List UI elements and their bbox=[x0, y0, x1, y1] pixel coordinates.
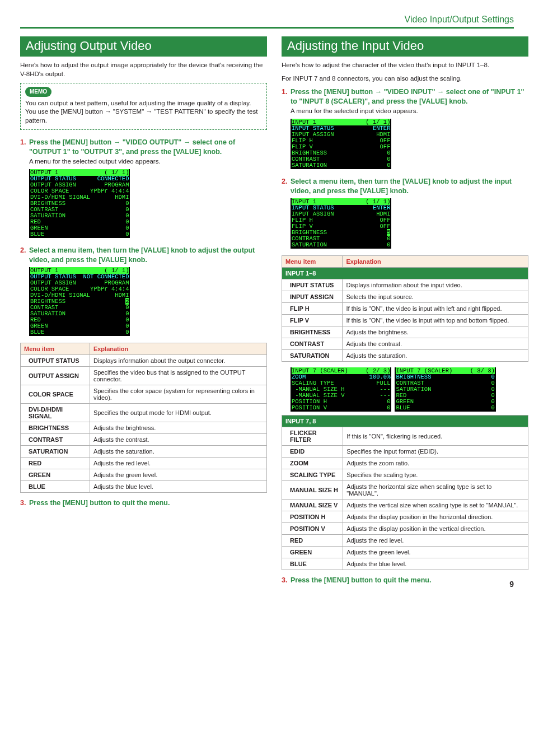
input-table-2: INPUT 7, 8 FLICKER FILTERIf this is "ON"… bbox=[282, 415, 528, 570]
menu-item-cell: BRIGHTNESS bbox=[21, 422, 90, 433]
memo-label: MEMO bbox=[25, 87, 51, 97]
page-number: 9 bbox=[509, 580, 514, 589]
right-intro1: Here's how to adjust the character of th… bbox=[282, 61, 528, 70]
step-number: 3. bbox=[20, 498, 29, 508]
menu-item-cell: CONTRAST bbox=[21, 433, 90, 445]
left-step3: 3. Press the [MENU] button to quit the m… bbox=[20, 498, 267, 508]
rstep1-t2: "VIDEO INPUT" bbox=[382, 88, 437, 96]
explanation-cell: Adjusts the saturation. bbox=[343, 349, 528, 361]
right-step3: 3. Press the [MENU] button to quit the m… bbox=[282, 576, 528, 585]
explanation-cell: Adjusts the brightness. bbox=[90, 422, 266, 433]
menu-item-cell: OUTPUT ASSIGN bbox=[21, 366, 90, 385]
explanation-cell: Specifies the output mode for HDMI outpu… bbox=[90, 403, 266, 422]
menu-item-cell: MANUAL SIZE H bbox=[282, 480, 343, 499]
osd-output-1: OUTPUT 1 ( 1/ 1)OUTPUT STATUS CONNECTEDO… bbox=[29, 169, 130, 238]
explanation-cell: Adjusts the blue level. bbox=[343, 558, 528, 570]
explanation-cell: Adjusts the contrast. bbox=[343, 338, 528, 349]
explanation-cell: Adjusts the green level. bbox=[90, 469, 266, 480]
menu-item-cell: FLIP V bbox=[282, 314, 343, 326]
step3-text: Press the [MENU] button to quit the menu… bbox=[29, 498, 267, 508]
left-title: Adjusting Output Video bbox=[20, 36, 267, 57]
menu-item-cell: OUTPUT STATUS bbox=[21, 354, 90, 366]
explanation-cell: Displays information about the input vid… bbox=[343, 279, 528, 291]
explanation-cell: Displays information about the output co… bbox=[90, 354, 266, 366]
menu-item-cell: RED bbox=[21, 457, 90, 469]
right-title: Adjusting the Input Video bbox=[282, 36, 528, 57]
menu-item-cell: RED bbox=[282, 534, 343, 546]
step-number: 2. bbox=[282, 177, 291, 196]
menu-item-cell: GREEN bbox=[282, 546, 343, 558]
menu-item-cell: BRIGHTNESS bbox=[282, 326, 343, 338]
right-step2: 2. Select a menu item, then turn the [VA… bbox=[282, 177, 528, 196]
explanation-cell: Adjusts the red level. bbox=[90, 457, 266, 469]
output-table: Menu itemExplanation OUTPUT STATUSDispla… bbox=[20, 343, 267, 493]
step2-text: Select a menu item, then turn the [VALUE… bbox=[29, 246, 267, 265]
left-step1: 1. Press the [MENU] button → "VIDEO OUTP… bbox=[20, 138, 267, 157]
menu-item-cell: SATURATION bbox=[21, 445, 90, 457]
menu-item-cell: POSITION V bbox=[282, 522, 343, 534]
explanation-cell: Adjusts the brightness. bbox=[343, 326, 528, 338]
osd-output-2: OUTPUT 1 ( 1/ 1)OUTPUT STATUS NOT CONNEC… bbox=[29, 267, 130, 336]
th-menu-item: Menu item bbox=[282, 255, 343, 267]
explanation-cell: Adjusts the horizontal size when scaling… bbox=[343, 480, 528, 499]
menu-item-cell: SATURATION bbox=[282, 349, 343, 361]
explanation-cell: Adjusts the display position in the vert… bbox=[343, 522, 528, 534]
right-step1: 1. Press the [MENU] button → "VIDEO INPU… bbox=[282, 87, 528, 106]
menu-item-cell: CONTRAST bbox=[282, 338, 343, 349]
rstep1-t1: Press the [MENU] button bbox=[291, 88, 375, 96]
explanation-cell: Adjusts the red level. bbox=[343, 534, 528, 546]
menu-item-cell: FLICKER FILTER bbox=[282, 427, 343, 445]
explanation-cell: Adjusts the display position in the hori… bbox=[343, 511, 528, 522]
menu-item-cell: GREEN bbox=[21, 469, 90, 480]
section-header: Video Input/Output Settings bbox=[20, 15, 514, 25]
left-step1-sub: A menu for the selected output video app… bbox=[29, 158, 267, 165]
th-explanation: Explanation bbox=[90, 343, 266, 354]
osd-scaler-3-3: INPUT 7 (SCALER) ( 3/ 3)BRIGHTNESS 0CONT… bbox=[395, 367, 495, 412]
input-table-1: Menu itemExplanation INPUT 1–8 INPUT STA… bbox=[282, 255, 528, 362]
explanation-cell: If this is "ON", the video is input with… bbox=[343, 302, 528, 314]
right-intro2: For INPUT 7 and 8 connectors, you can al… bbox=[282, 74, 528, 83]
left-column: Adjusting Output Video Here's how to adj… bbox=[20, 36, 267, 586]
left-step2: 2. Select a menu item, then turn the [VA… bbox=[20, 246, 267, 265]
memo-box: MEMO You can output a test pattern, usef… bbox=[20, 83, 267, 130]
step1-t1: Press the [MENU] button bbox=[29, 138, 114, 146]
explanation-cell: Selects the input source. bbox=[343, 291, 528, 302]
explanation-cell: Adjusts the green level. bbox=[343, 546, 528, 558]
group-input-1-8: INPUT 1–8 bbox=[282, 267, 528, 279]
menu-item-cell: EDID bbox=[282, 445, 343, 457]
explanation-cell: Adjusts the contrast. bbox=[90, 433, 266, 445]
header-rule bbox=[20, 27, 514, 29]
explanation-cell: Adjusts the zoom ratio. bbox=[343, 457, 528, 469]
explanation-cell: Specifies the color space (system for re… bbox=[90, 385, 266, 403]
explanation-cell: Adjusts the vertical size when scaling t… bbox=[343, 499, 528, 511]
right-column: Adjusting the Input Video Here's how to … bbox=[282, 36, 528, 586]
osd-input-1: INPUT 1 ( 1/ 1)INPUT STATUS ENTERINPUT A… bbox=[291, 119, 391, 169]
menu-item-cell: BLUE bbox=[21, 480, 90, 492]
step1-t2: "VIDEO OUTPUT" bbox=[120, 138, 184, 146]
menu-item-cell: COLOR SPACE bbox=[21, 385, 90, 403]
menu-item-cell: INPUT ASSIGN bbox=[282, 291, 343, 302]
osd-scaler-2-3: INPUT 7 (SCALER) ( 2/ 3)ZOOM 100.0%SCALI… bbox=[291, 367, 391, 412]
explanation-cell: Specifies the video bus that is assigned… bbox=[90, 366, 266, 385]
step-number: 3. bbox=[282, 576, 291, 585]
menu-item-cell: FLIP H bbox=[282, 302, 343, 314]
osd-input-2: INPUT 1 ( 1/ 1)INPUT STATUS ENTERINPUT A… bbox=[291, 198, 391, 249]
right-step1-sub: A menu for the selected input video appe… bbox=[291, 108, 528, 114]
step-number: 1. bbox=[282, 87, 291, 106]
menu-item-cell: POSITION H bbox=[282, 511, 343, 522]
rstep2-text: Select a menu item, then turn the [VALUE… bbox=[291, 177, 528, 196]
menu-item-cell: ZOOM bbox=[282, 457, 343, 469]
group-input-7-8: INPUT 7, 8 bbox=[282, 415, 528, 427]
explanation-cell: Adjusts the saturation. bbox=[90, 445, 266, 457]
explanation-cell: Specifies the scaling type. bbox=[343, 469, 528, 480]
menu-item-cell: BLUE bbox=[282, 558, 343, 570]
memo-p2: You use the [MENU] button → "SYSTEM" → "… bbox=[25, 108, 262, 125]
explanation-cell: Specifies the input format (EDID). bbox=[343, 445, 528, 457]
explanation-cell: If this is "ON", the video is input with… bbox=[343, 314, 528, 326]
explanation-cell: Adjusts the blue level. bbox=[90, 480, 266, 492]
menu-item-cell: INPUT STATUS bbox=[282, 279, 343, 291]
th-menu-item: Menu item bbox=[21, 343, 90, 354]
th-explanation: Explanation bbox=[343, 255, 528, 267]
left-intro: Here's how to adjust the output image ap… bbox=[20, 61, 267, 78]
memo-p2a: You use the [MENU] button bbox=[25, 108, 105, 115]
